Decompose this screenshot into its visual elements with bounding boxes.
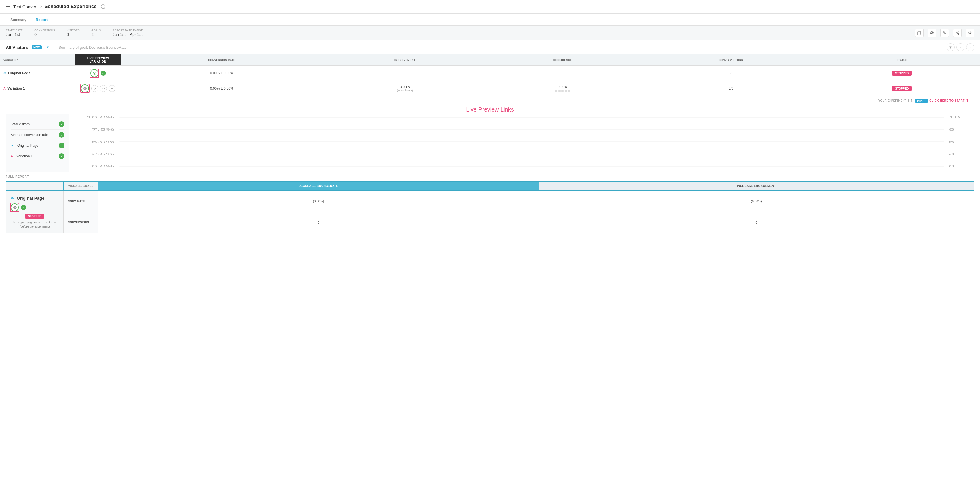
- original-page-name: Original Page: [8, 71, 30, 75]
- start-date-value: Jan .1st: [6, 32, 23, 37]
- confidence-cell-v1: 0.00%: [487, 81, 638, 96]
- full-report-row: ✶ Original Page ✓ STOPPED The original p…: [6, 191, 974, 212]
- improvement-cell-original: –: [323, 66, 487, 81]
- legend-check-1: ✓: [59, 121, 65, 127]
- goal2-conv-rate: (0.00%): [539, 191, 974, 212]
- full-report-star-icon: ✶: [10, 195, 14, 201]
- dot-3: [562, 90, 564, 92]
- svg-point-9: [94, 73, 95, 74]
- next-arrow[interactable]: ›: [966, 43, 974, 51]
- start-experiment-link[interactable]: CLICK HERE TO START IT: [929, 99, 969, 102]
- breadcrumb-app[interactable]: Test Convert: [13, 4, 37, 9]
- full-report-check-icon[interactable]: ✓: [21, 205, 26, 210]
- improvement-value-original: –: [404, 71, 406, 75]
- legend-check-4: ✓: [59, 153, 65, 159]
- breadcrumb-page: Scheduled Experience: [45, 4, 97, 10]
- annotation-text: Live Preview Links: [466, 106, 514, 113]
- preview-icon[interactable]: [928, 29, 936, 37]
- check-icon-original[interactable]: ✓: [101, 70, 106, 76]
- tab-summary[interactable]: Summary: [6, 15, 31, 26]
- draft-badge: DRAFT: [915, 99, 928, 103]
- confidence-dots: [491, 90, 635, 92]
- preview-cell-v1: ↺ 1:1 AB: [75, 81, 121, 96]
- start-date-label: START DATE: [6, 29, 23, 32]
- legend-item: Average conversion rate ✓: [11, 130, 65, 140]
- live-preview-box-v1: [80, 84, 89, 93]
- info-icon[interactable]: i: [101, 4, 105, 9]
- preview-cell-original: ✓: [75, 66, 121, 81]
- copy-icon[interactable]: [915, 29, 924, 37]
- full-report-stopped-badge: STOPPED: [25, 214, 45, 219]
- svg-text:2.5%: 2.5%: [92, 152, 115, 156]
- svg-text:0.0%: 0.0%: [92, 165, 115, 168]
- chart-legend: Total visitors ✓ Average conversion rate…: [6, 115, 69, 172]
- conv-visitors-value-v1: 0/0: [729, 86, 733, 91]
- conv-rate-cell-v1: 0.00% ± 0.00%: [121, 81, 323, 96]
- conversions-label: CONVERSIONS: [34, 29, 55, 32]
- svg-text:7.5%: 7.5%: [92, 128, 115, 131]
- report-table-container: VARIATION LIVE PREVIEW VARIATION CONVERS…: [0, 54, 980, 96]
- conv-rate-value-v1: 0.00% ± 0.00%: [124, 86, 319, 91]
- variation-name-cell: ✶ Original Page: [0, 66, 75, 81]
- visitors-value: 0: [67, 32, 80, 37]
- metric-conversions: CONVERSIONS: [64, 212, 98, 233]
- conv-visitors-cell-original: 0/0: [638, 66, 824, 81]
- report-date-label: REPORT DATE RANGE: [113, 29, 143, 32]
- improvement-sub-v1: (inconclusive): [326, 89, 484, 92]
- live-preview-box-original: [90, 69, 99, 78]
- menu-icon[interactable]: ☰: [6, 3, 10, 10]
- th-improvement: IMPROVEMENT: [323, 54, 487, 66]
- variation-description: The original page as seen on the site (b…: [10, 220, 59, 229]
- stat-goals: GOALS 2: [91, 29, 101, 37]
- table-row: A Variation 1 ↺ 1:1 AB: [0, 81, 980, 96]
- legend-variation1: Variation 1: [16, 154, 56, 158]
- confidence-value-original: –: [562, 71, 564, 75]
- legend-item: ✶ Original Page ✓: [11, 140, 65, 151]
- th-conv-visitors: CONV. / VISITORS: [638, 54, 824, 66]
- th-goal2: INCREASE ENGAGEMENT: [539, 182, 974, 191]
- eye-button-v1[interactable]: [81, 84, 89, 92]
- svg-text:3: 3: [949, 152, 955, 156]
- full-report-section: FULL REPORT VISUALS/GOALS DECREASE BOUNC…: [0, 172, 980, 233]
- notice-area: YOUR EXPERIMENT IS IN DRAFT CLICK HERE T…: [0, 96, 980, 104]
- svg-text:10.0%: 10.0%: [86, 116, 115, 119]
- full-report-label: FULL REPORT: [6, 175, 974, 179]
- edit-icon[interactable]: ✎: [940, 29, 949, 37]
- breadcrumb-separator: >: [40, 4, 42, 9]
- settings-icon[interactable]: ⚙: [966, 29, 974, 37]
- ab-icon-v1[interactable]: AB: [108, 85, 115, 92]
- legend-check-2: ✓: [59, 132, 65, 138]
- conv-visitors-value-original: 0/0: [729, 71, 733, 75]
- eye-button-original[interactable]: [91, 69, 99, 77]
- top-header: ☰ Test Convert > Scheduled Experience i: [0, 0, 980, 14]
- onetoone-icon-v1[interactable]: 1:1: [100, 85, 107, 92]
- refresh-icon-v1[interactable]: ↺: [91, 85, 98, 92]
- conversions-value: 0: [34, 32, 55, 37]
- annotation-container: Live Preview Links: [0, 104, 980, 114]
- th-goal1: DECREASE BOUNCERATE: [98, 182, 539, 191]
- legend-star-icon: ✶: [11, 143, 14, 148]
- stat-start-date: START DATE Jan .1st: [6, 29, 23, 37]
- full-report-eye-btn[interactable]: [11, 203, 19, 212]
- status-cell-v1: STOPPED: [824, 81, 980, 96]
- dot-5: [568, 90, 570, 92]
- audience-row: All Visitors NEW ▼ Summary of goal: Decr…: [0, 40, 980, 54]
- filter-icon[interactable]: ▼: [947, 43, 955, 51]
- prev-arrow[interactable]: ‹: [956, 43, 964, 51]
- dot-4: [565, 90, 567, 92]
- report-date-value: Jan 1st – Apr 1st: [113, 32, 143, 37]
- svg-text:10: 10: [949, 116, 960, 119]
- th-visuals-goals: VISUALS/GOALS: [64, 182, 98, 191]
- stats-bar: START DATE Jan .1st CONVERSIONS 0 VISITO…: [0, 26, 980, 40]
- th-variation: VARIATION: [0, 54, 75, 66]
- audience-dropdown-icon[interactable]: ▼: [46, 46, 49, 49]
- improvement-cell-v1: 0.00% (inconclusive): [323, 81, 487, 96]
- goal1-conv-rate: (0.00%): [98, 191, 539, 212]
- share-icon[interactable]: [953, 29, 962, 37]
- tab-report[interactable]: Report: [31, 15, 52, 26]
- svg-point-28: [14, 207, 15, 208]
- variation-a-badge: A: [3, 87, 6, 90]
- table-row: ✶ Original Page ✓ 0.00%: [0, 66, 980, 81]
- stats-actions: ✎ ⚙: [915, 29, 974, 37]
- full-report-table: VISUALS/GOALS DECREASE BOUNCERATE INCREA…: [6, 181, 974, 233]
